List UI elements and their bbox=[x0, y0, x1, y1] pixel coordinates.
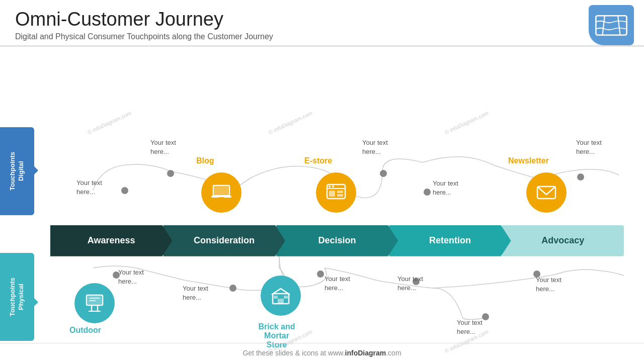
billboard-icon bbox=[84, 292, 106, 314]
svg-rect-14 bbox=[88, 296, 102, 304]
blog-label: Blog bbox=[196, 156, 214, 165]
text-d3: Your texthere... bbox=[362, 138, 388, 156]
main-content: © infoDiagram.com © infoDiagram.com © in… bbox=[0, 47, 644, 348]
dot-d2 bbox=[167, 170, 174, 177]
text-d4: Your texthere... bbox=[433, 179, 458, 197]
svg-rect-10 bbox=[337, 191, 343, 193]
stage-decision: Decision bbox=[276, 225, 398, 256]
laptop-icon bbox=[210, 182, 232, 204]
dot-p2 bbox=[229, 285, 236, 292]
svg-rect-0 bbox=[596, 16, 626, 35]
svg-rect-9 bbox=[329, 191, 335, 197]
watermark-1: © infoDiagram.com bbox=[87, 110, 132, 135]
text-d1: Your texthere... bbox=[76, 178, 102, 197]
svg-rect-23 bbox=[284, 296, 288, 299]
stage-awareness: Awareness bbox=[50, 225, 172, 256]
estore-icon-circle bbox=[316, 172, 356, 213]
text-p1: Your texthere... bbox=[118, 268, 144, 286]
page-title: Omni-Customer Journey bbox=[15, 9, 629, 30]
browser-icon bbox=[325, 182, 347, 204]
svg-rect-22 bbox=[274, 296, 278, 299]
text-p2: Your texthere... bbox=[183, 284, 208, 302]
newsletter-icon-circle bbox=[526, 172, 567, 213]
blog-icon-circle bbox=[201, 172, 242, 213]
text-p5: Your texthere... bbox=[457, 318, 482, 336]
svg-point-8 bbox=[332, 186, 334, 188]
page-subtitle: Digital and Physical Consumer Touchpoint… bbox=[15, 32, 629, 41]
dot-p5 bbox=[482, 313, 489, 320]
digital-arrow bbox=[29, 161, 38, 179]
svg-rect-11 bbox=[337, 194, 343, 197]
map-icon bbox=[594, 12, 629, 39]
stage-consideration: Consideration bbox=[163, 225, 285, 256]
dot-d3 bbox=[380, 170, 387, 177]
brick-mortar-icon-circle bbox=[261, 276, 301, 316]
stage-advocacy: Advocacy bbox=[502, 225, 624, 256]
newsletter-label: Newsletter bbox=[508, 156, 549, 165]
outdoor-icon-circle bbox=[74, 283, 115, 323]
logo-area bbox=[589, 5, 634, 45]
text-p4: Your texthere... bbox=[397, 275, 423, 293]
footer-text: Get these slides & icons at www.infoDiag… bbox=[243, 349, 401, 357]
footer: Get these slides & icons at www.infoDiag… bbox=[0, 343, 644, 362]
footer-brand: infoDiagram bbox=[345, 349, 386, 357]
text-d2: Your texthere... bbox=[150, 138, 176, 156]
journey-bar: Awareness Consideration Decision Retenti… bbox=[50, 225, 624, 256]
text-d5: Your texthere... bbox=[576, 138, 602, 156]
estore-label: E-store bbox=[304, 156, 332, 165]
text-p3: Your texthere... bbox=[325, 275, 350, 293]
dot-d5 bbox=[577, 173, 584, 180]
dot-d1 bbox=[121, 187, 128, 194]
physical-arrow bbox=[29, 293, 38, 311]
text-p6: Your texthere... bbox=[536, 276, 561, 294]
watermark-3: © infoDiagram.com bbox=[444, 110, 490, 135]
dot-d4 bbox=[424, 189, 431, 196]
svg-rect-21 bbox=[278, 299, 284, 304]
envelope-icon bbox=[535, 182, 557, 204]
dot-p3 bbox=[317, 270, 324, 278]
store-icon bbox=[270, 285, 292, 307]
stage-retention: Retention bbox=[389, 225, 511, 256]
svg-point-7 bbox=[329, 186, 331, 188]
watermark-2: © infoDiagram.com bbox=[268, 110, 313, 135]
svg-rect-2 bbox=[214, 187, 228, 195]
outdoor-label: Outdoor bbox=[69, 326, 101, 335]
header: Omni-Customer Journey Digital and Physic… bbox=[0, 0, 644, 47]
